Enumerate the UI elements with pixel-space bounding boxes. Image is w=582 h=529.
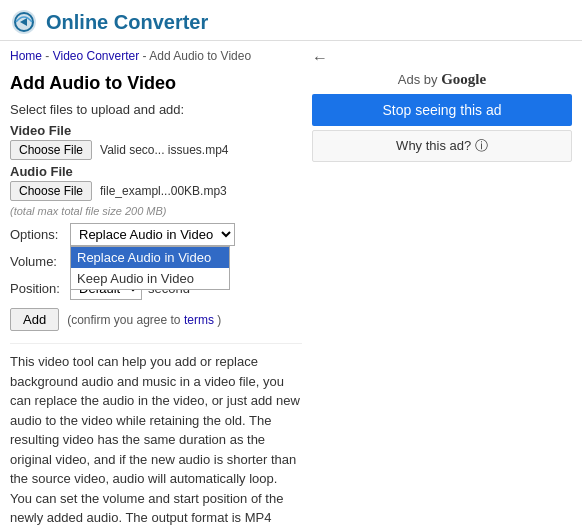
page-title: Add Audio to Video	[10, 73, 302, 94]
add-button[interactable]: Add	[10, 308, 59, 331]
ad-panel: ← Ads by Google Stop seeing this ad Why …	[312, 49, 572, 529]
file-size-note: (total max total file size 200 MB)	[10, 205, 302, 217]
position-label: Position:	[10, 281, 70, 296]
dropdown-item-replace[interactable]: Replace Audio in Video	[71, 247, 229, 268]
terms-note: (confirm you agree to terms )	[67, 313, 221, 327]
why-this-ad-button[interactable]: Why this ad? ⓘ	[312, 130, 572, 162]
options-row: Options: Replace Audio in Video Keep Aud…	[10, 223, 302, 246]
main-layout: Home - Video Converter - Add Audio to Vi…	[0, 41, 582, 529]
site-title: Online Converter	[46, 11, 208, 34]
breadcrumb-home[interactable]: Home	[10, 49, 42, 63]
audio-filename: file_exampl...00KB.mp3	[100, 184, 227, 198]
choose-video-file-button[interactable]: Choose File	[10, 140, 92, 160]
description: This video tool can help you add or repl…	[10, 343, 302, 529]
options-dropdown: Replace Audio in Video Keep Audio in Vid…	[70, 246, 230, 290]
audio-file-row: Choose File file_exampl...00KB.mp3	[10, 181, 302, 201]
breadcrumb: Home - Video Converter - Add Audio to Vi…	[10, 49, 302, 63]
logo-icon	[10, 8, 38, 36]
breadcrumb-current: Add Audio to Video	[149, 49, 251, 63]
audio-file-label: Audio File	[10, 164, 302, 179]
stop-seeing-ad-button[interactable]: Stop seeing this ad	[312, 94, 572, 126]
video-file-row: Choose File Valid seco... issues.mp4	[10, 140, 302, 160]
video-filename: Valid seco... issues.mp4	[100, 143, 229, 157]
options-label: Options:	[10, 227, 70, 242]
options-select[interactable]: Replace Audio in Video Keep Audio in Vid…	[70, 223, 235, 246]
left-panel: Home - Video Converter - Add Audio to Vi…	[10, 49, 312, 529]
volume-label: Volume:	[10, 254, 70, 269]
add-row: Add (confirm you agree to terms )	[10, 308, 302, 331]
choose-audio-file-button[interactable]: Choose File	[10, 181, 92, 201]
header: Online Converter	[0, 0, 582, 41]
options-select-wrapper: Replace Audio in Video Keep Audio in Vid…	[70, 223, 235, 246]
dropdown-item-keep[interactable]: Keep Audio in Video	[71, 268, 229, 289]
description-text: This video tool can help you add or repl…	[10, 352, 302, 529]
ads-by-google-label: Ads by Google	[312, 71, 572, 88]
select-files-label: Select files to upload and add:	[10, 102, 302, 117]
video-file-label: Video File	[10, 123, 302, 138]
google-label: Google	[441, 71, 486, 87]
ad-back-arrow[interactable]: ←	[312, 49, 572, 67]
breadcrumb-video-converter[interactable]: Video Converter	[53, 49, 140, 63]
terms-link[interactable]: terms	[184, 313, 214, 327]
